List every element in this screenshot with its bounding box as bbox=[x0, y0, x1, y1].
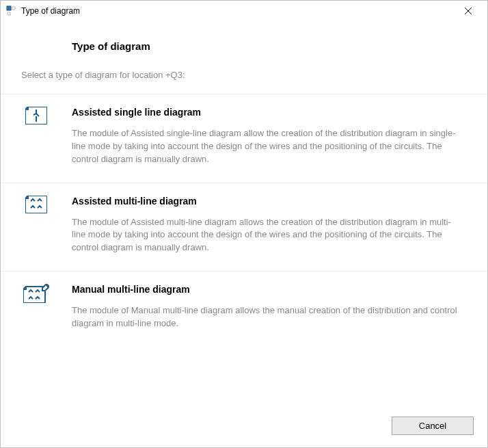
option-description: The module of Manual multi-line diagram … bbox=[72, 304, 460, 330]
dialog-header: Type of diagram Select a type of diagram… bbox=[1, 21, 487, 94]
option-body: Assisted single line diagram The module … bbox=[72, 107, 467, 166]
option-manual-multi-line[interactable]: Manual multi-line diagram The module of … bbox=[1, 272, 487, 347]
option-assisted-single-line[interactable]: Assisted single line diagram The module … bbox=[1, 94, 487, 183]
page-subtitle: Select a type of diagram for location +Q… bbox=[21, 70, 467, 80]
close-button[interactable] bbox=[455, 1, 482, 21]
single-line-diagram-icon bbox=[21, 107, 51, 166]
options-list: Assisted single line diagram The module … bbox=[1, 94, 487, 407]
title-bar: Type of diagram bbox=[1, 1, 487, 21]
option-title: Assisted single line diagram bbox=[72, 107, 460, 118]
manual-multi-line-diagram-icon bbox=[21, 284, 51, 330]
option-assisted-multi-line[interactable]: Assisted multi-line diagram The module o… bbox=[1, 183, 487, 272]
svg-rect-0 bbox=[7, 6, 11, 10]
window-title: Type of diagram bbox=[21, 6, 455, 16]
dialog-footer: Cancel bbox=[1, 407, 487, 447]
close-icon bbox=[465, 8, 472, 14]
page-title: Type of diagram bbox=[72, 40, 467, 52]
option-body: Assisted multi-line diagram The module o… bbox=[72, 196, 467, 255]
option-title: Manual multi-line diagram bbox=[72, 284, 460, 295]
svg-rect-2 bbox=[8, 12, 10, 15]
svg-rect-1 bbox=[12, 7, 15, 10]
option-body: Manual multi-line diagram The module of … bbox=[72, 284, 467, 330]
app-icon bbox=[6, 5, 17, 16]
cancel-button[interactable]: Cancel bbox=[392, 417, 474, 435]
multi-line-diagram-icon bbox=[21, 196, 51, 255]
option-description: The module of Assisted single-line diagr… bbox=[72, 127, 460, 166]
option-title: Assisted multi-line diagram bbox=[72, 196, 460, 207]
option-description: The module of Assisted multi-line diagra… bbox=[72, 216, 460, 255]
